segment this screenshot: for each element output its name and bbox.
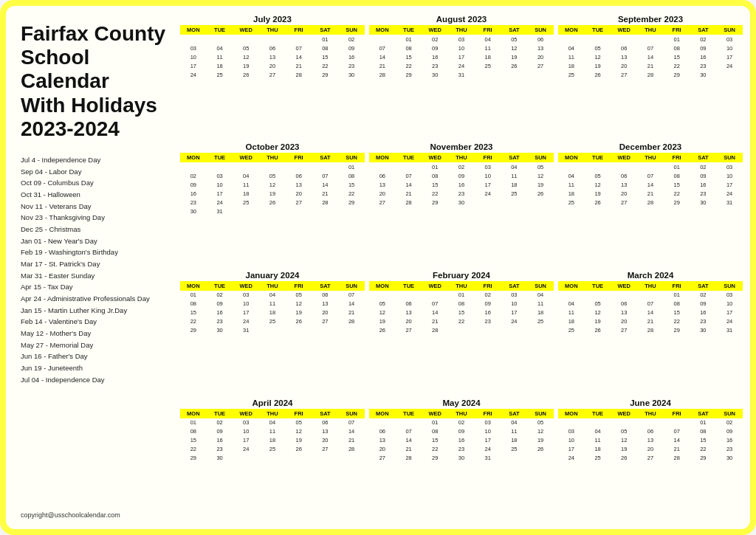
day-cell: 07 [637,300,664,308]
day-cell: 22 [312,61,339,70]
day-cell: 26 [286,317,312,326]
table-row: 04050607080910 [558,300,743,308]
day-cell: 29 [422,454,448,463]
day-header: SUN [338,409,365,418]
holiday-item: Apr 15 - Tax Day [21,281,168,293]
day-cell: 28 [338,317,365,326]
day-cell: 05 [369,300,396,308]
calendar: June 2024MONTUEWEDTHUFRISATSUN0102030405… [558,398,743,523]
table-row: 05060708091011 [369,300,554,308]
holiday-item: Jul 4 - Independence Day [21,154,168,166]
day-cell: 23 [448,189,475,198]
day-cell: 21 [396,189,422,198]
table-row: 02030405060708 [180,171,365,180]
day-cell: 06 [369,171,396,180]
day-cell: 14 [396,180,422,189]
day-cell: 04 [558,171,585,180]
day-cell: 11 [501,171,528,180]
day-cell: 21 [369,61,396,70]
day-cell: 18 [259,436,286,445]
calendar-grid: MONTUEWEDTHUFRISATSUN0102030405060708091… [369,281,554,335]
day-cell: 22 [422,189,448,198]
day-cell: 23 [422,61,448,70]
day-cell: 17 [501,308,528,317]
day-cell [338,207,365,215]
day-cell [558,35,585,44]
day-cell: 03 [716,291,743,300]
day-cell: 29 [180,454,207,463]
day-cell [259,454,286,463]
calendar-row: April 2024MONTUEWEDTHUFRISATSUN010203040… [180,398,743,523]
day-header: SAT [690,409,717,418]
day-cell: 24 [233,445,259,454]
table-row: 010203 [558,35,743,44]
day-header: FRI [475,281,501,291]
day-cell: 15 [422,436,448,445]
day-header: SAT [312,25,339,35]
day-header: THU [637,25,664,35]
day-header: TUE [585,153,611,162]
day-header: WED [422,153,448,162]
day-cell [233,35,259,44]
day-header: TUE [396,153,422,162]
day-header: FRI [664,409,690,418]
day-cell: 18 [585,445,611,454]
holiday-item: Oct 31 - Halloween [21,189,168,201]
day-cell: 18 [475,52,501,61]
day-header: SAT [501,25,528,35]
day-cell: 27 [637,454,664,463]
day-cell [286,35,312,44]
day-cell: 07 [637,44,664,52]
day-cell: 13 [611,308,637,317]
day-cell: 22 [664,317,690,326]
day-header: FRI [475,153,501,162]
day-cell: 23 [448,445,475,454]
calendar: May 2024MONTUEWEDTHUFRISATSUN01020304050… [369,398,554,523]
day-cell: 01 [422,418,448,427]
day-header: MON [369,409,396,418]
day-cell [527,70,554,79]
day-cell [286,454,312,463]
day-cell: 21 [664,445,690,454]
day-cell: 30 [448,198,475,207]
day-cell: 19 [527,436,554,445]
table-row: 08091011121314 [180,300,365,308]
day-cell: 08 [312,44,339,52]
day-header: TUE [396,25,422,35]
day-cell: 23 [180,198,207,207]
day-cell [233,454,259,463]
day-cell: 23 [690,61,717,70]
day-cell: 09 [180,180,207,189]
day-cell: 12 [286,427,312,436]
holiday-item: Nov 11 - Veterans Day [21,201,168,213]
day-cell: 01 [664,162,690,171]
day-cell: 05 [585,171,611,180]
day-cell: 11 [558,52,585,61]
table-row: 15161718192021 [180,436,365,445]
holiday-item: Mar 31 - Easter Sunday [21,270,168,282]
day-cell: 02 [207,291,233,300]
day-cell: 08 [338,171,365,180]
day-cell: 10 [501,300,528,308]
day-cell: 18 [527,308,554,317]
day-cell: 28 [312,198,339,207]
day-cell: 27 [396,326,422,335]
day-cell: 25 [233,198,259,207]
day-cell: 12 [501,44,528,52]
day-cell: 02 [207,418,233,427]
day-cell: 28 [637,198,664,207]
day-header: MON [369,25,396,35]
day-cell: 08 [664,171,690,180]
day-cell [259,162,286,171]
calendar: February 2024MONTUEWEDTHUFRISATSUN010203… [369,271,554,396]
day-cell: 22 [180,317,207,326]
day-cell: 14 [338,300,365,308]
day-cell [448,326,475,335]
day-cell: 04 [558,44,585,52]
day-cell: 10 [207,180,233,189]
day-cell: 04 [527,291,554,300]
day-cell: 16 [475,308,501,317]
day-cell [259,35,286,44]
day-cell: 20 [527,52,554,61]
day-cell: 24 [448,61,475,70]
